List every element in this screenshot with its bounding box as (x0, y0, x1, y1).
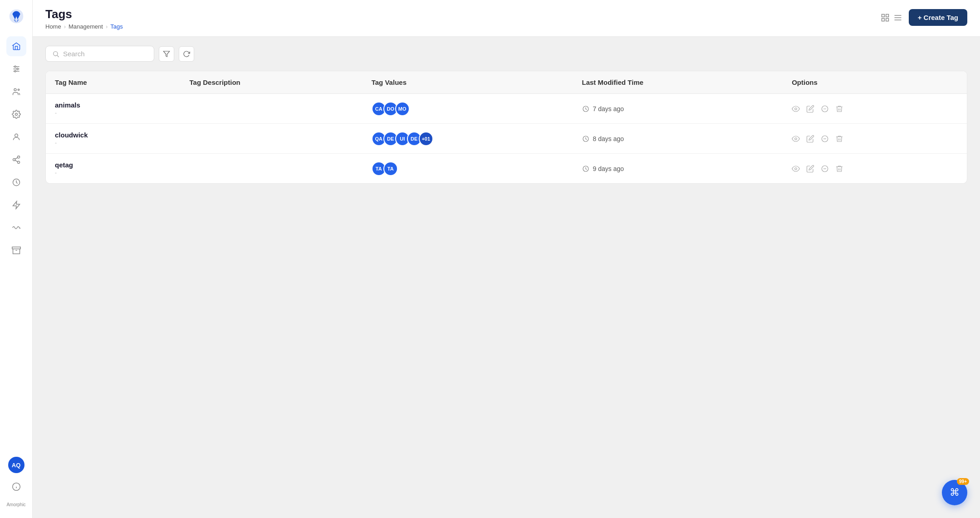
table-row: cloudwick-QADEUIDE+018 days ago (46, 124, 967, 154)
col-tag-description: Tag Description (181, 71, 363, 94)
svg-point-29 (54, 51, 58, 55)
breadcrumb-current: Tags (110, 23, 122, 30)
main-content: Tags Home › Management › Tags + Create T… (33, 0, 980, 518)
svg-rect-22 (882, 14, 884, 17)
tag-name-cell: qetag (55, 161, 172, 169)
tag-desc-dash: - (55, 140, 172, 146)
svg-line-13 (15, 160, 18, 161)
view-toggle (881, 13, 902, 22)
tag-value-badge: MO (395, 102, 410, 116)
tag-description-cell (181, 124, 363, 154)
delete-button[interactable] (835, 165, 843, 173)
copy-button[interactable] (821, 165, 829, 173)
col-tag-name: Tag Name (46, 71, 181, 94)
tag-options-cell (783, 124, 967, 154)
tag-desc-dash: - (55, 170, 172, 176)
edit-button[interactable] (806, 105, 814, 113)
search-input-wrapper (45, 46, 154, 62)
sidebar-item-home[interactable] (6, 36, 26, 56)
tag-description-cell (181, 94, 363, 124)
grid-view-icon[interactable] (881, 13, 890, 22)
app-logo[interactable] (7, 7, 25, 25)
modified-time-text: 7 days ago (593, 105, 624, 112)
tag-values-cell: TATA (363, 154, 573, 184)
svg-line-30 (57, 55, 59, 57)
table-header-row: Tag Name Tag Description Tag Values Last… (46, 71, 967, 94)
user-avatar[interactable]: AQ (8, 457, 24, 473)
view-button[interactable] (792, 165, 800, 173)
command-fab[interactable]: ⌘ 99+ (942, 480, 967, 505)
tag-options-cell (783, 154, 967, 184)
sidebar-item-storage[interactable] (6, 240, 26, 260)
sidebar-item-connections[interactable] (6, 150, 26, 170)
modified-time-text: 8 days ago (593, 135, 624, 142)
edit-button[interactable] (806, 165, 814, 173)
search-input[interactable] (63, 50, 147, 58)
sidebar: AQ Amorphic (0, 0, 33, 518)
svg-rect-17 (12, 247, 20, 249)
breadcrumb-sep-2: › (106, 23, 108, 30)
search-bar (45, 46, 967, 62)
sidebar-bottom: AQ Amorphic (6, 457, 26, 511)
col-options: Options (783, 71, 967, 94)
fab-badge: 99+ (957, 478, 969, 485)
search-icon (52, 50, 59, 58)
col-last-modified: Last Modified Time (573, 71, 783, 94)
view-button[interactable] (792, 135, 800, 143)
sidebar-item-lightning[interactable] (6, 195, 26, 215)
tag-modified-cell: 9 days ago (573, 154, 783, 184)
sidebar-item-history[interactable] (6, 172, 26, 192)
breadcrumb-home[interactable]: Home (45, 23, 61, 30)
delete-button[interactable] (835, 105, 843, 113)
tag-desc-dash: - (55, 110, 172, 116)
sidebar-item-team[interactable] (6, 82, 26, 102)
tags-table: Tag Name Tag Description Tag Values Last… (45, 71, 967, 184)
svg-rect-23 (886, 14, 888, 17)
breadcrumb-sep-1: › (64, 23, 66, 30)
refresh-button[interactable] (179, 46, 194, 62)
copy-button[interactable] (821, 105, 829, 113)
page-header: Tags Home › Management › Tags + Create T… (33, 0, 980, 37)
info-button[interactable] (6, 477, 26, 497)
table-row: qetag-TATA9 days ago (46, 154, 967, 184)
header-right: + Create Tag (881, 7, 967, 32)
svg-point-5 (14, 70, 15, 72)
tag-value-badge: TA (383, 161, 398, 176)
filter-button[interactable] (159, 46, 174, 62)
create-tag-button[interactable]: + Create Tag (909, 9, 967, 26)
clock-icon (582, 105, 589, 112)
app-name-label: Amorphic (6, 502, 25, 507)
svg-point-37 (795, 137, 797, 140)
svg-rect-24 (882, 18, 884, 21)
breadcrumb-management[interactable]: Management (69, 23, 103, 30)
clock-icon (582, 165, 589, 172)
tag-values-cell: CADOMO (363, 94, 573, 124)
list-view-icon[interactable] (893, 13, 902, 22)
svg-point-11 (13, 159, 15, 161)
svg-point-7 (18, 89, 19, 90)
svg-marker-16 (13, 201, 20, 209)
svg-point-8 (15, 113, 17, 116)
sidebar-item-profile[interactable] (6, 127, 26, 147)
table-row: animals-CADOMO7 days ago (46, 94, 967, 124)
breadcrumb: Home › Management › Tags (45, 23, 123, 36)
sidebar-item-waves[interactable] (6, 218, 26, 238)
svg-point-33 (795, 108, 797, 110)
tag-name-cell: cloudwick (55, 131, 172, 139)
col-tag-values: Tag Values (363, 71, 573, 94)
tag-options-cell (783, 94, 967, 124)
delete-button[interactable] (835, 135, 843, 143)
tag-name-cell: animals (55, 101, 172, 109)
content-area: Tag Name Tag Description Tag Values Last… (33, 37, 980, 518)
svg-point-6 (14, 88, 16, 91)
view-button[interactable] (792, 105, 800, 113)
sidebar-item-filters[interactable] (6, 59, 26, 79)
fab-icon: ⌘ (950, 487, 960, 498)
svg-point-9 (15, 134, 18, 137)
svg-point-12 (17, 161, 20, 163)
copy-button[interactable] (821, 135, 829, 143)
sidebar-item-settings[interactable] (6, 104, 26, 124)
edit-button[interactable] (806, 135, 814, 143)
tag-values-cell: QADEUIDE+01 (363, 124, 573, 154)
svg-point-3 (14, 66, 15, 67)
